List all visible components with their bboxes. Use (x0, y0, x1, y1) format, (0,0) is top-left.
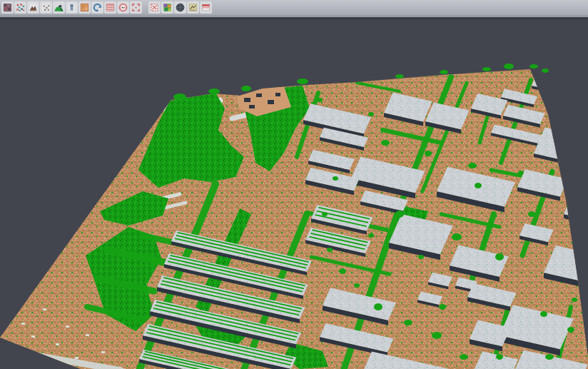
clip-box-icon (149, 2, 160, 13)
terrain-model-icon (28, 2, 39, 13)
toolbar-button-terrain-model[interactable] (27, 1, 39, 14)
dem-icon (54, 2, 64, 13)
classification-icon (162, 2, 173, 13)
toolbar (0, 0, 588, 15)
profile-icon (66, 2, 77, 13)
toolbar-button-classification[interactable] (161, 1, 173, 14)
toolbar-button-orthoimage[interactable] (78, 1, 91, 14)
toolbar-button-sync-view[interactable] (91, 1, 103, 14)
toolbar-button-profile[interactable] (66, 1, 78, 14)
sparse-points-icon (41, 2, 51, 13)
point-cloud-icon (2, 2, 13, 13)
toolbar-button-remove-layer[interactable] (200, 1, 212, 14)
toolbar-button-clip-box[interactable] (148, 1, 161, 14)
scene-canvas (0, 0, 588, 369)
sync-view-icon (92, 2, 103, 13)
toolbar-button-cross-section[interactable] (187, 1, 199, 14)
attribute-table-icon (105, 2, 116, 13)
toolbar-button-attribute-table[interactable] (104, 1, 116, 14)
toolbar-button-point-cloud[interactable] (1, 1, 14, 14)
cross-section-icon (188, 2, 198, 13)
toolbar-button-sparse-points[interactable] (40, 1, 52, 14)
fit-view-icon (131, 2, 141, 13)
viewport-3d[interactable] (0, 0, 588, 369)
mesh-icon (175, 2, 186, 13)
toolbar-button-pick-point[interactable] (117, 1, 129, 14)
toolbar-button-dem[interactable] (53, 1, 65, 14)
orthoimage-icon (79, 2, 90, 13)
toolbar-button-mesh[interactable] (174, 1, 186, 14)
toolbar-button-classified-points[interactable] (14, 1, 26, 14)
remove-layer-icon (201, 2, 211, 13)
application-window (0, 0, 588, 369)
classified-points-icon (15, 2, 26, 13)
toolbar-border (0, 17, 588, 20)
toolbar-button-fit-view[interactable] (130, 1, 142, 14)
pick-point-icon (118, 2, 128, 13)
